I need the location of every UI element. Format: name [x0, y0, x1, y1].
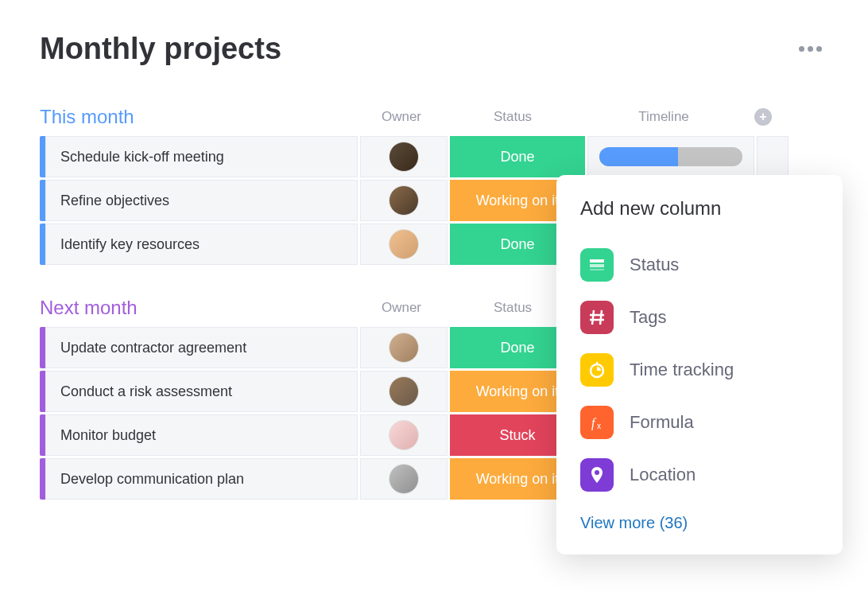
add-column-popup: Add new column Status Tags Time tracking…	[556, 175, 843, 554]
row-stripe	[40, 136, 45, 177]
avatar	[389, 229, 419, 259]
board-title: Monthly projects	[40, 32, 281, 66]
row-owner-cell[interactable]	[360, 327, 448, 368]
row-owner-cell[interactable]	[360, 224, 448, 265]
location-pin-icon	[580, 458, 614, 492]
hashtag-icon	[580, 301, 614, 334]
row-name-cell[interactable]: Refine objectives	[45, 180, 358, 221]
column-type-status[interactable]: Status	[580, 239, 819, 291]
group-title[interactable]: Next month	[40, 297, 358, 319]
group-title[interactable]: This month	[40, 106, 358, 128]
table-row: Schedule kick-off meeting Done	[40, 136, 828, 177]
svg-text:x: x	[597, 422, 601, 430]
row-owner-cell[interactable]	[360, 371, 448, 412]
stopwatch-icon	[580, 353, 614, 387]
row-owner-cell[interactable]	[360, 458, 448, 500]
row-status-cell[interactable]: Done	[450, 136, 585, 177]
column-header-owner[interactable]: Owner	[358, 109, 445, 125]
svg-rect-1	[590, 264, 604, 267]
row-stripe	[40, 224, 45, 265]
column-type-time-tracking[interactable]: Time tracking	[580, 344, 819, 396]
row-stripe	[40, 414, 45, 456]
row-owner-cell[interactable]	[360, 180, 448, 221]
column-header-timeline[interactable]: Timeline	[580, 109, 747, 125]
row-owner-cell[interactable]	[360, 136, 448, 177]
column-header-owner[interactable]: Owner	[358, 300, 445, 316]
row-owner-cell[interactable]	[360, 414, 448, 456]
row-stripe	[40, 371, 45, 412]
formula-icon: fx	[580, 406, 614, 439]
row-name-cell[interactable]: Conduct a risk assessment	[45, 371, 358, 412]
svg-line-4	[600, 310, 602, 325]
column-header-status[interactable]: Status	[445, 109, 580, 125]
column-type-label: Status	[630, 255, 679, 275]
row-add-cell	[757, 136, 789, 177]
column-type-tags[interactable]: Tags	[580, 291, 819, 344]
row-timeline-cell[interactable]	[587, 136, 754, 177]
svg-text:f: f	[591, 416, 597, 430]
avatar	[389, 185, 419, 216]
more-options-icon[interactable]	[792, 40, 828, 58]
column-type-label: Tags	[630, 307, 666, 328]
svg-line-3	[592, 310, 594, 325]
status-icon	[580, 248, 614, 282]
add-column-icon[interactable]: +	[754, 108, 772, 126]
timeline-bar	[599, 147, 742, 166]
timeline-fill	[599, 147, 678, 166]
avatar	[389, 333, 419, 363]
add-column-container: +	[747, 108, 779, 126]
row-name-cell[interactable]: Identify key resources	[45, 224, 358, 265]
avatar	[389, 376, 419, 407]
svg-rect-0	[590, 259, 604, 263]
row-name-cell[interactable]: Update contractor agreement	[45, 327, 358, 368]
row-stripe	[40, 458, 45, 500]
avatar	[389, 464, 419, 494]
row-name-cell[interactable]: Develop communication plan	[45, 458, 358, 500]
popup-title: Add new column	[580, 197, 819, 220]
svg-point-11	[595, 470, 599, 475]
column-type-label: Location	[630, 465, 696, 485]
column-type-formula[interactable]: fx Formula	[580, 396, 819, 449]
board-header: Monthly projects	[40, 32, 828, 66]
avatar	[389, 420, 419, 450]
view-more-link[interactable]: View more (36)	[580, 514, 819, 532]
avatar	[389, 142, 419, 172]
column-type-location[interactable]: Location	[580, 449, 819, 501]
row-stripe	[40, 180, 45, 221]
column-type-label: Formula	[630, 412, 694, 433]
column-type-label: Time tracking	[630, 360, 734, 380]
row-name-cell[interactable]: Monitor budget	[45, 414, 358, 456]
svg-rect-2	[590, 269, 604, 270]
group-header: This month Owner Status Timeline +	[40, 106, 828, 128]
row-name-cell[interactable]: Schedule kick-off meeting	[45, 136, 358, 177]
row-stripe	[40, 327, 45, 368]
